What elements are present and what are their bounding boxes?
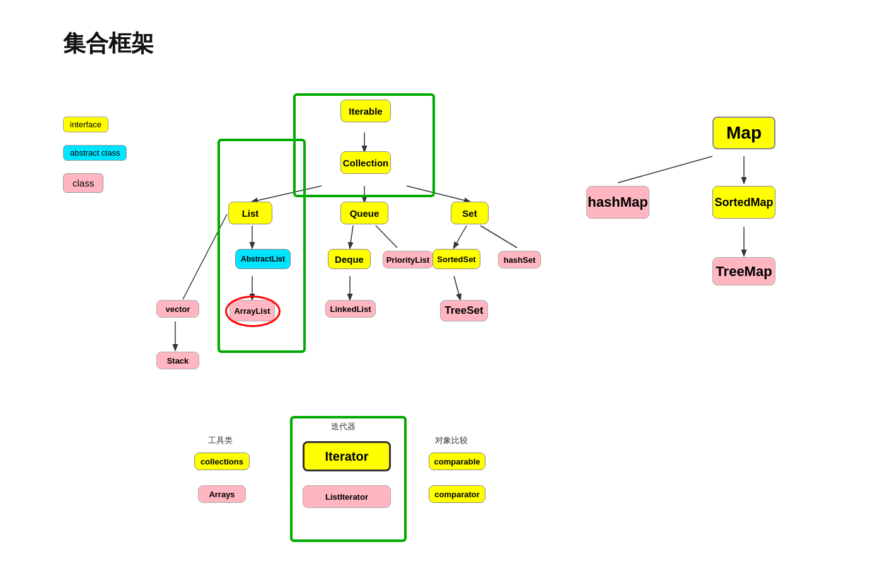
svg-line-11 [454,276,460,299]
comparator-node: comparator [429,485,485,503]
svg-line-6 [350,226,353,248]
deque-node: Deque [328,249,371,269]
page-title: 集合框架 [63,28,154,59]
svg-line-9 [454,226,467,248]
iterator-box [290,416,407,542]
svg-line-7 [376,226,397,248]
class-badge: class [63,173,103,193]
vector-node: vector [156,300,199,318]
collections-node: collections [194,453,250,470]
svg-line-15 [618,156,712,183]
arrays-node: Arrays [198,485,246,503]
queue-node: Queue [340,202,388,224]
treeset-node: TreeSet [440,300,488,321]
treemap-node: TreeMap [712,257,775,285]
collection-node: Collection [340,151,391,174]
linkedlist-node: LinkedList [325,300,376,318]
iterator-box-label: 迭代器 [331,421,356,432]
legend-abstract: abstract class [63,145,127,161]
sortedmap-node: SortedMap [712,186,775,219]
map-node: Map [712,117,775,149]
svg-line-10 [480,226,517,248]
iterable-node: Iterable [340,100,391,122]
prioritylist-node: PriorityList [383,251,433,268]
abstract-badge: abstract class [63,145,127,161]
comparable-node: comparable [429,453,485,470]
arraylist-highlight [225,296,281,327]
tools-label: 工具类 [208,435,233,446]
hashmap-node: hashMap [586,186,649,219]
sortedset-node: SortedSet [432,249,480,269]
hashset-node: hashSet [498,251,541,268]
set-node: Set [451,202,489,224]
legend-interface: interface [63,117,127,132]
listiterator-node: ListIterator [303,485,391,508]
abstractlist-node: AbstractList [235,249,291,269]
legend: interface abstract class class [63,117,127,205]
stack-node: Stack [156,352,199,369]
iterator-node: Iterator [303,441,391,471]
list-node: List [228,202,272,224]
object-compare-label: 对象比较 [435,435,468,446]
interface-badge: interface [63,117,108,132]
legend-class: class [63,173,127,193]
